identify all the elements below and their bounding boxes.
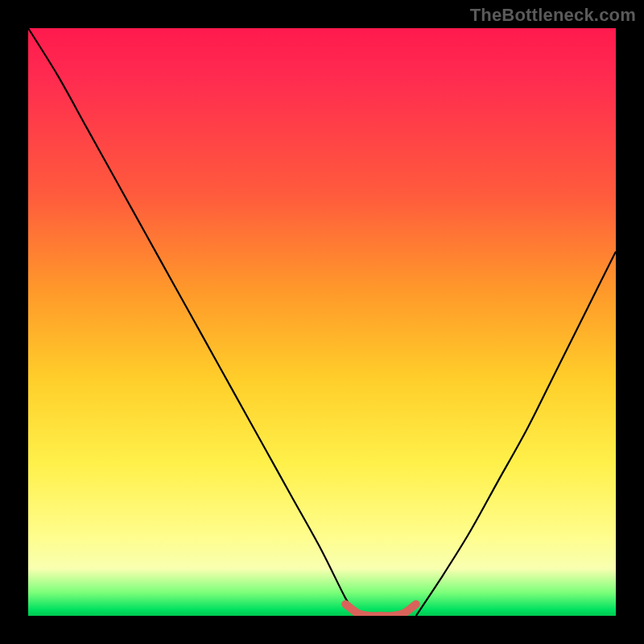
curve-layer [28,28,616,616]
watermark-text: TheBottleneck.com [470,5,636,26]
right-curve-path [416,251,616,616]
left-curve-path [28,28,357,616]
plot-area [28,28,616,616]
optimal-region-mark [345,604,416,616]
chart-frame: TheBottleneck.com [0,0,644,644]
